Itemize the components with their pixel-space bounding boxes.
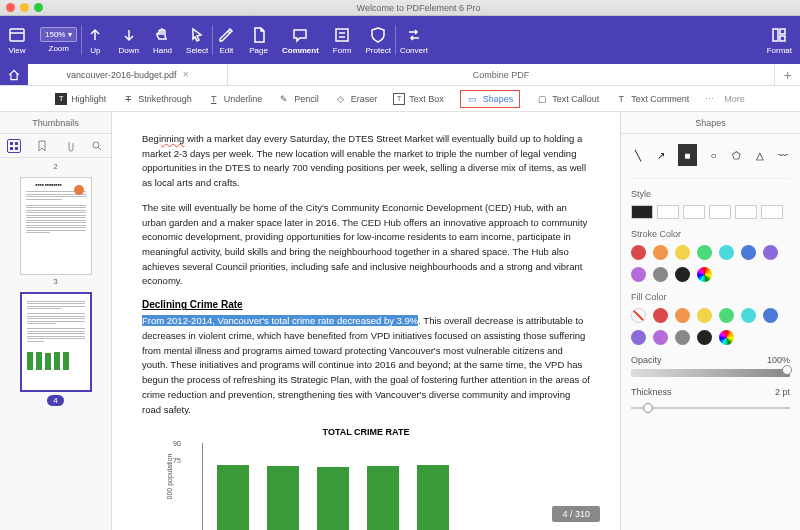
svg-rect-2 [336,29,348,41]
text-callout-tool[interactable]: ▢Text Callout [536,93,599,105]
eraser-tool[interactable]: ◇Eraser [335,93,378,105]
style-outline-4[interactable] [735,205,757,219]
comment-button[interactable]: Comment [282,26,319,55]
style-solid[interactable] [631,205,653,219]
home-tab[interactable] [0,64,28,85]
attachments-icon[interactable] [62,139,76,153]
fill-color-swatch[interactable] [763,308,778,323]
style-outline-3[interactable] [709,205,731,219]
fill-color-swatch[interactable] [653,330,668,345]
thumbnail-page-3[interactable] [20,292,92,392]
format-button[interactable]: Format [767,26,792,55]
textbox-tool[interactable]: TText Box [393,93,444,105]
thumb-badge-4[interactable]: 4 [47,395,63,406]
cloud-shape[interactable]: △ [753,147,766,163]
zoom-window-button[interactable] [34,3,43,12]
thumbnail-page-2[interactable]: ■■■■ ■■■■■■■■ [20,177,92,275]
fill-color-swatch[interactable] [631,308,646,323]
main-toolbar: View 150%▾ Zoom Up Down Hand Select Edit… [0,16,800,64]
svg-rect-6 [780,29,785,34]
svg-rect-7 [780,36,785,41]
bookmarks-icon[interactable] [35,139,49,153]
chart-title: TOTAL CRIME RATE [142,427,590,437]
stroke-color-swatch[interactable] [653,245,668,260]
fill-color-swatch[interactable] [697,330,712,345]
fill-color-swatch[interactable] [741,308,756,323]
select-button[interactable]: Select [186,26,208,55]
tabs-row: vancouver-2016-budget.pdf× Combine PDF + [0,64,800,86]
fill-color-swatch[interactable] [653,308,668,323]
fill-color-swatch[interactable] [675,330,690,345]
crime-rate-chart: 000 population 90 75 [202,443,590,530]
stroke-color-swatch[interactable] [631,267,646,282]
view-button[interactable]: View [8,26,26,55]
zoom-control[interactable]: 150%▾ Zoom [40,27,77,53]
oval-shape[interactable]: ○ [707,147,720,163]
opacity-slider[interactable] [631,369,790,377]
stroke-color-swatch[interactable] [697,267,712,282]
page-indicator[interactable]: 4 / 310 [552,506,600,522]
thumbnails-title: Thumbnails [0,112,111,134]
down-button[interactable]: Down [118,26,138,55]
text-comment-tool[interactable]: TText Comment [615,93,689,105]
connected-lines-shape[interactable]: 〰 [777,147,790,163]
stroke-color-swatch[interactable] [631,245,646,260]
thickness-slider[interactable] [631,407,790,409]
eraser-icon: ◇ [335,93,347,105]
cursor-icon [188,26,206,44]
fill-color-swatch[interactable] [697,308,712,323]
close-window-button[interactable] [6,3,15,12]
stroke-color-swatch[interactable] [741,245,756,260]
close-tab-icon[interactable]: × [183,69,189,80]
stroke-color-swatch[interactable] [719,245,734,260]
thickness-value: 2 pt [775,387,790,397]
stroke-color-swatch[interactable] [653,267,668,282]
polygon-shape[interactable]: ⬠ [730,147,743,163]
svg-rect-0 [10,29,24,41]
arrow-shape[interactable]: ↗ [654,147,667,163]
underline-tool[interactable]: TUnderline [208,93,263,105]
form-icon [333,26,351,44]
strikethrough-tool[interactable]: TStrikethrough [122,93,192,105]
convert-button[interactable]: Convert [400,26,428,55]
stroke-color-swatch[interactable] [675,245,690,260]
style-outline-5[interactable] [761,205,783,219]
minimize-window-button[interactable] [20,3,29,12]
new-tab-button[interactable]: + [774,64,800,85]
page-button[interactable]: Page [249,26,268,55]
stroke-color-swatch[interactable] [675,267,690,282]
highlight-tool[interactable]: THighlight [55,93,106,105]
combine-pdf-tab[interactable]: Combine PDF [228,64,774,85]
up-button[interactable]: Up [86,26,104,55]
shapes-tool[interactable]: ▭Shapes [460,90,521,108]
more-tools[interactable]: ⋯More [705,94,745,104]
stroke-color-swatch[interactable] [763,245,778,260]
paragraph-2: The site will eventually be home of the … [142,201,590,289]
thumbnails-view-icon[interactable] [7,139,21,153]
highlighted-text: From 2012-2014, Vancouver's total crime … [142,315,418,326]
document-view[interactable]: Beginning with a market day every Saturd… [112,112,620,530]
arrow-up-icon [86,26,104,44]
fill-color-swatch[interactable] [719,330,734,345]
svg-rect-11 [15,147,18,150]
paragraph-3: From 2012-2014, Vancouver's total crime … [142,314,590,417]
fill-color-swatch[interactable] [631,330,646,345]
style-outline-1[interactable] [657,205,679,219]
chart-bar [217,465,249,530]
shapes-panel-title: Shapes [621,112,800,134]
edit-button[interactable]: Edit [217,26,235,55]
file-tab[interactable]: vancouver-2016-budget.pdf× [28,64,228,85]
hand-icon [153,26,171,44]
hand-button[interactable]: Hand [153,26,172,55]
fill-color-swatch[interactable] [675,308,690,323]
search-icon[interactable] [90,139,104,153]
protect-button[interactable]: Protect [366,26,391,55]
line-shape[interactable]: ╲ [631,147,644,163]
stroke-color-row [631,245,790,282]
fill-color-swatch[interactable] [719,308,734,323]
form-button[interactable]: Form [333,26,352,55]
rectangle-shape[interactable]: ■ [678,144,697,166]
pencil-tool[interactable]: ✎Pencil [278,93,319,105]
stroke-color-swatch[interactable] [697,245,712,260]
style-outline-2[interactable] [683,205,705,219]
